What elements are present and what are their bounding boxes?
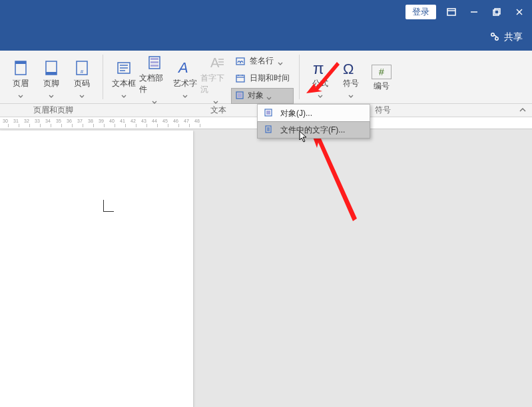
footer-label: 页脚 <box>43 78 59 89</box>
datetime-label: 日期和时间 <box>250 73 290 84</box>
svg-rect-20 <box>150 58 158 60</box>
page-header-icon <box>10 59 31 77</box>
svg-rect-22 <box>150 65 158 67</box>
title-bar: 登录 <box>0 0 532 24</box>
symbol-button[interactable]: Ω 符号 <box>336 59 366 97</box>
dropcap-button: A 首字下沉 <box>200 54 231 103</box>
svg-text:A: A <box>177 59 188 76</box>
datetime-button[interactable]: 日期和时间 <box>231 71 294 87</box>
ruler-tick: 48 <box>194 119 200 123</box>
object-button[interactable]: 对象 <box>231 88 294 104</box>
ruler-tick: 46 <box>173 119 178 123</box>
svg-rect-10 <box>15 61 26 64</box>
text-cursor <box>103 200 114 212</box>
chevron-down-icon <box>18 92 23 97</box>
wordart-label: 艺术字 <box>173 78 197 89</box>
numbering-label: 编号 <box>374 81 390 92</box>
group-header-footer: 页眉 页脚 # 页码 <box>0 51 103 103</box>
signature-icon <box>235 56 246 67</box>
object-dropdown: 对象(J)... 文件中的文字(F)... <box>257 104 370 139</box>
textbox-icon <box>113 59 134 77</box>
chevron-down-icon <box>152 98 157 103</box>
doc-parts-label: 文档部件 <box>139 73 170 95</box>
header-label: 页眉 <box>13 78 29 89</box>
dropdown-text-from-file-label: 文件中的文字(F)... <box>280 125 345 136</box>
dropdown-item-text-from-file[interactable]: 文件中的文字(F)... <box>257 121 370 139</box>
chevron-down-icon <box>278 59 283 65</box>
dropdown-object-label: 对象(J)... <box>280 108 312 119</box>
chevron-down-icon <box>213 98 218 103</box>
header-button[interactable]: 页眉 <box>5 59 36 97</box>
wordart-icon: A <box>174 59 196 77</box>
minimize-icon[interactable] <box>467 5 481 19</box>
ruler-tick: 45 <box>162 119 168 123</box>
numbering-button[interactable]: # 编号 <box>366 65 397 92</box>
textbox-button[interactable]: 文本框 <box>109 59 139 97</box>
close-icon[interactable] <box>512 5 527 19</box>
ribbon: 页眉 页脚 # 页码 文本框 文档部件 A 艺术字 <box>0 51 532 104</box>
chevron-down-icon <box>266 94 272 99</box>
svg-rect-34 <box>238 93 242 97</box>
ruler-tick: 32 <box>24 119 29 123</box>
page-footer-icon <box>41 59 62 77</box>
share-bar: 共享 <box>0 24 532 51</box>
wordart-button[interactable]: A 艺术字 <box>170 59 200 97</box>
file-text-icon <box>264 125 274 135</box>
ruler-tick: 38 <box>88 119 93 123</box>
share-icon[interactable] <box>489 31 500 44</box>
maximize-icon[interactable] <box>489 5 504 19</box>
ruler-tick: 40 <box>109 119 115 123</box>
ruler-tick: 33 <box>35 119 40 123</box>
textbox-label: 文本框 <box>112 78 136 89</box>
signature-label: 签名行 <box>250 55 274 67</box>
object-icon <box>236 91 245 101</box>
annotation-arrow-icon <box>313 132 360 228</box>
ruler-tick: 44 <box>152 119 157 123</box>
svg-rect-3 <box>493 10 499 15</box>
page-number-icon: # <box>71 59 93 77</box>
ribbon-display-icon[interactable] <box>444 5 459 19</box>
ruler-tick: 31 <box>13 119 19 123</box>
svg-text:A: A <box>210 55 220 70</box>
chevron-down-icon <box>49 92 54 97</box>
svg-rect-21 <box>150 61 158 63</box>
collapse-ribbon-icon[interactable] <box>519 106 527 116</box>
ruler-tick: 34 <box>45 119 51 123</box>
page-number-label: 页码 <box>74 78 90 89</box>
ruler-tick: 30 <box>3 119 8 123</box>
chevron-down-icon <box>182 92 188 97</box>
svg-marker-44 <box>306 62 340 93</box>
ruler-tick: 35 <box>56 119 61 123</box>
hash-icon: # <box>372 65 392 79</box>
footer-button[interactable]: 页脚 <box>36 59 67 97</box>
ruler-tick: 43 <box>141 119 146 123</box>
login-button[interactable]: 登录 <box>405 5 436 19</box>
group-label-header-footer: 页眉和页脚 <box>0 105 107 116</box>
signature-button[interactable]: 签名行 <box>231 53 294 69</box>
annotation-arrow-icon <box>306 57 340 99</box>
ruler-tick: 36 <box>67 119 72 123</box>
ruler-tick: 47 <box>184 119 189 123</box>
dropdown-item-object[interactable]: 对象(J)... <box>258 105 370 122</box>
calendar-icon <box>235 73 246 84</box>
svg-rect-29 <box>236 75 244 82</box>
chevron-down-icon <box>348 92 354 97</box>
text-thin-stack: 签名行 日期和时间 对象 <box>231 53 294 104</box>
page-number-button[interactable]: # 页码 <box>67 59 97 97</box>
doc-parts-button[interactable]: 文档部件 <box>139 54 170 103</box>
svg-text:#: # <box>81 69 84 75</box>
symbol-label: 符号 <box>343 78 359 89</box>
svg-rect-4 <box>495 9 500 14</box>
document-page[interactable] <box>0 131 193 407</box>
share-label[interactable]: 共享 <box>504 31 523 43</box>
svg-rect-12 <box>46 72 57 75</box>
ruler-tick: 41 <box>120 119 125 123</box>
svg-marker-45 <box>313 132 357 221</box>
svg-point-7 <box>491 33 494 35</box>
chevron-down-icon <box>79 92 85 97</box>
dropcap-label: 首字下沉 <box>200 73 231 95</box>
object-label: 对象 <box>248 90 264 101</box>
chevron-down-icon <box>121 92 127 97</box>
mouse-cursor-icon <box>299 131 308 145</box>
omega-icon: Ω <box>340 59 362 77</box>
